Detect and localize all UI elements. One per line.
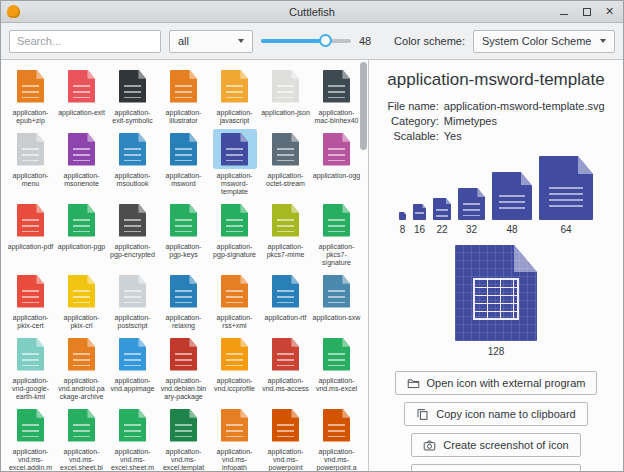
icon-grid-item[interactable]: application-vnd.appimage: [107, 333, 158, 402]
file-type-icon: [315, 66, 359, 106]
icon-grid-item[interactable]: application-pgp-signature: [209, 199, 260, 268]
icon-grid-item[interactable]: application-json: [260, 65, 311, 126]
color-scheme-dropdown[interactable]: System Color Scheme: [473, 30, 615, 53]
icon-grid-item[interactable]: application-vnd.ms-excel: [311, 333, 362, 402]
cuttlefish-app-icon[interactable]: [7, 5, 20, 18]
icon-label: application-msoutlook: [108, 172, 157, 188]
icon-grid-item[interactable]: application-vnd.ms-access: [260, 333, 311, 402]
file-type-icon: [9, 200, 53, 240]
icon-grid-item[interactable]: application-relaxng: [158, 270, 209, 331]
icon-grid-item[interactable]: application-pgp-keys: [158, 199, 209, 268]
icon-grid-item[interactable]: application-pgp-encrypted: [107, 199, 158, 268]
icon-grid-item[interactable]: application-msonenote: [56, 128, 107, 197]
icon-label: application-msword: [159, 172, 208, 188]
file-type-icon: [111, 129, 155, 169]
color-scheme-label: Color scheme:: [394, 35, 465, 47]
icon-label: application-exit-symbolic: [108, 109, 157, 125]
icon-grid-item[interactable]: application-vnd.ms-excel.addin.m: [5, 404, 56, 471]
category-dropdown[interactable]: all: [169, 30, 253, 53]
icon-label: application-vnd.iccprofile: [210, 377, 259, 393]
icon-grid-item[interactable]: application-exit-symbolic: [107, 65, 158, 126]
file-type-icon: [60, 334, 104, 374]
icon-size-slider[interactable]: [261, 30, 351, 52]
icon-label: application-illustrator: [159, 109, 208, 125]
size-number: 16: [414, 224, 425, 235]
file-type-icon: [162, 129, 206, 169]
icon-grid-item[interactable]: application-vnd.iccprofile: [209, 333, 260, 402]
details-fields: File name:application-msword-template.sv…: [387, 100, 604, 142]
icon-grid-item[interactable]: application-postscript: [107, 270, 158, 331]
icon-grid-item[interactable]: application-pkcs7-signature: [311, 199, 362, 268]
icon-grid-item[interactable]: application-msword: [158, 128, 209, 197]
icon-label: application-relaxng: [159, 314, 208, 330]
icon-grid-item[interactable]: application-vnd.ms-powerpoint.a: [311, 404, 362, 471]
template-table-glyph: [473, 278, 519, 320]
file-type-icon: [162, 271, 206, 311]
field-label: File name:: [387, 100, 438, 112]
icon-label: application-vnd.ms-powerpoint: [261, 448, 310, 471]
icon-grid-item[interactable]: application-illustrator: [158, 65, 209, 126]
size-preview-16: 16: [413, 204, 426, 235]
icon-grid-item[interactable]: application-rss+xml: [209, 270, 260, 331]
size-preview-48: 48: [492, 172, 532, 235]
icon-grid-item[interactable]: application-pgp: [56, 199, 107, 268]
maximize-icon: [583, 8, 591, 16]
copy-icon-name-to-clipboard-button[interactable]: Copy icon name to clipboard: [404, 402, 587, 426]
icon-grid-item[interactable]: application-pkix-cert: [5, 270, 56, 331]
icon-grid-item[interactable]: application-rtf: [260, 270, 311, 331]
icon-grid-item[interactable]: application-sxw: [311, 270, 362, 331]
scrollbar[interactable]: [359, 61, 367, 470]
icon-grid-item[interactable]: application-pdf: [5, 199, 56, 268]
icon-label: application-pkcs7-signature: [312, 243, 361, 267]
view-icon-in-other-themes-button[interactable]: View icon in other themes: [411, 464, 581, 471]
icon-grid-item[interactable]: application-menu: [5, 128, 56, 197]
category-dropdown-value: all: [178, 35, 189, 47]
icon-label: application-vnd.ms-powerpoint.a: [312, 448, 361, 471]
search-input[interactable]: [9, 30, 161, 53]
open-icon-with-external-program-button[interactable]: Open icon with external program: [395, 371, 598, 395]
icon-label: application-pkcs7-mime: [261, 243, 310, 259]
icon-grid-item[interactable]: application-octet-stream: [260, 128, 311, 197]
icon-label: application-javascript: [210, 109, 259, 125]
file-type-icon: [60, 271, 104, 311]
icon-grid-item[interactable]: application-vnd.debian.binary-package: [158, 333, 209, 402]
icon-grid-item[interactable]: application-ogg: [311, 128, 362, 197]
icon-grid-item[interactable]: application-msword-template: [209, 128, 260, 197]
icon-grid-item[interactable]: application-vnd.ms-infopath: [209, 404, 260, 471]
icon-label: application-exit: [57, 109, 106, 117]
view-themes-icon: [423, 470, 436, 472]
icon-label: application-pgp: [57, 243, 106, 251]
icon-grid-item[interactable]: application-epub+zip: [5, 65, 56, 126]
icon-grid-item[interactable]: application-mac-binhex40: [311, 65, 362, 126]
icon-grid-item[interactable]: application-vnd.ms-excel.sheet.bi: [56, 404, 107, 471]
action-buttons: Open icon with external programCopy icon…: [395, 371, 598, 471]
cuttlefish-window: Cuttlefish ✕ all 48 Color scheme: System…: [0, 0, 624, 472]
icon-label: application-rss+xml: [210, 314, 259, 330]
icon-grid-item[interactable]: application-vnd.ms-excel.templat: [158, 404, 209, 471]
chevron-down-icon: [238, 39, 244, 43]
file-type-icon: [264, 271, 308, 311]
large-preview: 128: [455, 245, 537, 357]
create-screenshot-of-icon-button[interactable]: Create screenshot of icon: [411, 433, 580, 457]
icon-grid-item[interactable]: application-msoutlook: [107, 128, 158, 197]
icon-grid-item[interactable]: application-vnd.ms-excel.sheet.m: [107, 404, 158, 471]
color-scheme-dropdown-value: System Color Scheme: [482, 35, 591, 47]
icon-grid-item[interactable]: application-pkcs7-mime: [260, 199, 311, 268]
icon-grid-item[interactable]: application-vnd-google-earth-kml: [5, 333, 56, 402]
icon-grid-item[interactable]: application-vnd.android.package-archive: [56, 333, 107, 402]
file-type-icon: [213, 66, 257, 106]
file-type-icon: [9, 405, 53, 445]
file-type-icon: [60, 129, 104, 169]
minimize-button[interactable]: [556, 4, 571, 19]
icon-grid-item[interactable]: application-vnd.ms-powerpoint: [260, 404, 311, 471]
scrollbar-thumb[interactable]: [360, 62, 367, 150]
icon-grid-item[interactable]: application-exit: [56, 65, 107, 126]
icon-size-value: 48: [359, 35, 375, 47]
window-title: Cuttlefish: [1, 6, 623, 18]
close-button[interactable]: ✕: [602, 4, 617, 19]
icon-grid-item[interactable]: application-pkix-crl: [56, 270, 107, 331]
slider-handle[interactable]: [319, 34, 332, 47]
file-type-icon: [315, 200, 359, 240]
icon-grid-item[interactable]: application-javascript: [209, 65, 260, 126]
maximize-button[interactable]: [579, 4, 594, 19]
